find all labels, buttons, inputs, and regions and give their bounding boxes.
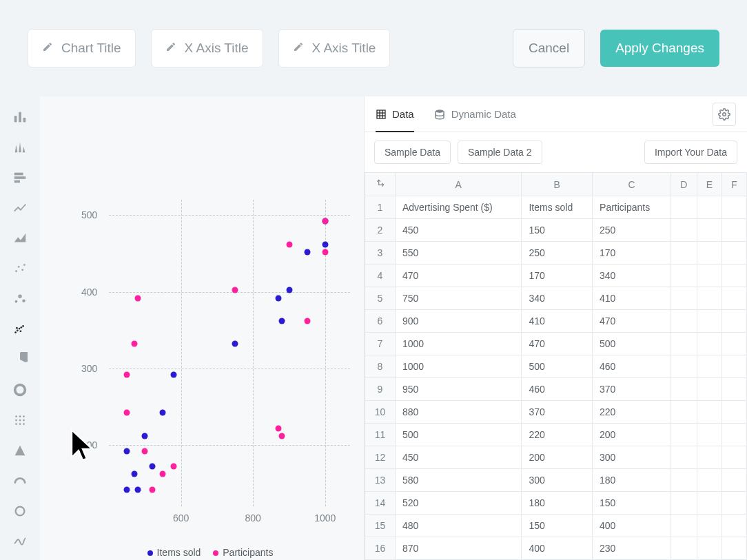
multi-scatter-icon[interactable] [12,321,28,338]
line-chart-icon[interactable] [12,200,28,216]
chart-title-input[interactable]: Chart Title [28,29,136,68]
cell-4-A[interactable]: 470 [396,265,522,287]
cell-15-E[interactable] [697,515,722,537]
spreadsheet[interactable]: ABCDEF1Advertising Spent ($)Items soldPa… [365,172,747,560]
bubble-icon[interactable] [12,291,28,307]
cell-7-F[interactable] [722,333,747,355]
sparkline-icon[interactable] [12,533,28,550]
cell-2-D[interactable] [671,219,697,242]
cell-16-B[interactable]: 400 [522,537,593,560]
cell-5-D[interactable] [671,287,697,310]
pyramid-icon[interactable] [12,442,28,459]
row-header-3[interactable]: 3 [365,242,396,265]
row-header-8[interactable]: 8 [365,355,396,378]
tab-data[interactable]: Data [376,96,414,132]
cell-13-B[interactable]: 300 [522,469,593,492]
row-header-2[interactable]: 2 [365,219,396,242]
import-data-button[interactable]: Import Your Data [644,141,737,164]
col-header-D[interactable]: D [671,173,697,196]
cell-9-B[interactable]: 460 [522,378,593,401]
cell-13-C[interactable]: 180 [593,469,671,492]
cell-4-F[interactable] [722,265,747,287]
cell-7-C[interactable]: 500 [593,333,671,355]
row-header-5[interactable]: 5 [365,287,396,310]
cell-16-F[interactable] [722,537,747,560]
cell-16-D[interactable] [671,537,697,560]
cell-12-B[interactable]: 200 [522,446,593,469]
cell-9-A[interactable]: 950 [396,378,522,401]
cell-16-A[interactable]: 870 [396,537,522,560]
cell-14-C[interactable]: 150 [593,492,671,515]
cell-10-E[interactable] [697,401,722,424]
cell-10-F[interactable] [722,401,747,424]
cell-14-E[interactable] [697,492,722,515]
col-header-F[interactable]: F [722,173,747,196]
cell-5-E[interactable] [697,287,722,310]
cell-6-D[interactable] [671,310,697,333]
cell-8-C[interactable]: 460 [593,355,671,378]
cell-7-E[interactable] [697,333,722,355]
cell-3-B[interactable]: 250 [522,242,593,265]
row-header-16[interactable]: 16 [365,537,396,560]
cell-2-B[interactable]: 150 [522,219,593,242]
cell-13-F[interactable] [722,469,747,492]
cell-9-D[interactable] [671,378,697,401]
cell-3-C[interactable]: 170 [593,242,671,265]
cell-15-C[interactable]: 400 [593,515,671,537]
cell-1-D[interactable] [671,196,697,219]
corner-cell[interactable] [365,173,396,196]
cell-15-F[interactable] [722,515,747,537]
cell-15-D[interactable] [671,515,697,537]
gauge-icon[interactable] [12,473,28,489]
col-header-A[interactable]: A [396,173,522,196]
tab-dynamic-data[interactable]: Dynamic Data [433,96,516,132]
cell-6-C[interactable]: 470 [593,310,671,333]
cell-6-A[interactable]: 900 [396,310,522,333]
scatter-icon[interactable] [12,260,28,277]
col-header-C[interactable]: C [593,173,671,196]
row-header-12[interactable]: 12 [365,446,396,469]
cell-14-D[interactable] [671,492,697,515]
cell-16-C[interactable]: 230 [593,537,671,560]
cell-1-C[interactable]: Participants [593,196,671,219]
cell-12-E[interactable] [697,446,722,469]
cell-10-A[interactable]: 880 [396,401,522,424]
col-header-B[interactable]: B [522,173,593,196]
cell-15-A[interactable]: 480 [396,515,522,537]
cell-5-A[interactable]: 750 [396,287,522,310]
cell-9-C[interactable]: 370 [593,378,671,401]
row-header-4[interactable]: 4 [365,265,396,287]
cell-5-C[interactable]: 410 [593,287,671,310]
cell-14-A[interactable]: 520 [396,492,522,515]
cell-12-D[interactable] [671,446,697,469]
pie-chart-icon[interactable] [12,351,28,368]
cell-2-A[interactable]: 450 [396,219,522,242]
cell-10-C[interactable]: 220 [593,401,671,424]
cell-4-B[interactable]: 170 [522,265,593,287]
sample-data-2-button[interactable]: Sample Data 2 [458,141,542,164]
cell-8-F[interactable] [722,355,747,378]
cell-6-E[interactable] [697,310,722,333]
cell-12-A[interactable]: 450 [396,446,522,469]
cell-10-B[interactable]: 370 [522,401,593,424]
dot-matrix-icon[interactable] [12,412,28,428]
row-header-11[interactable]: 11 [365,424,396,446]
cell-9-E[interactable] [697,378,722,401]
cell-1-A[interactable]: Advertising Spent ($) [396,196,522,219]
cell-3-E[interactable] [697,242,722,265]
cell-2-C[interactable]: 250 [593,219,671,242]
ring-icon[interactable] [12,503,28,519]
cell-6-F[interactable] [722,310,747,333]
cell-13-D[interactable] [671,469,697,492]
cell-8-E[interactable] [697,355,722,378]
cell-2-E[interactable] [697,219,722,242]
cell-11-D[interactable] [671,424,697,446]
cell-7-A[interactable]: 1000 [396,333,522,355]
cell-5-B[interactable]: 340 [522,287,593,310]
cell-4-C[interactable]: 340 [593,265,671,287]
cell-8-A[interactable]: 1000 [396,355,522,378]
sample-data-1-button[interactable]: Sample Data [374,141,451,164]
cell-1-E[interactable] [697,196,722,219]
cell-1-B[interactable]: Items sold [522,196,593,219]
cell-6-B[interactable]: 410 [522,310,593,333]
